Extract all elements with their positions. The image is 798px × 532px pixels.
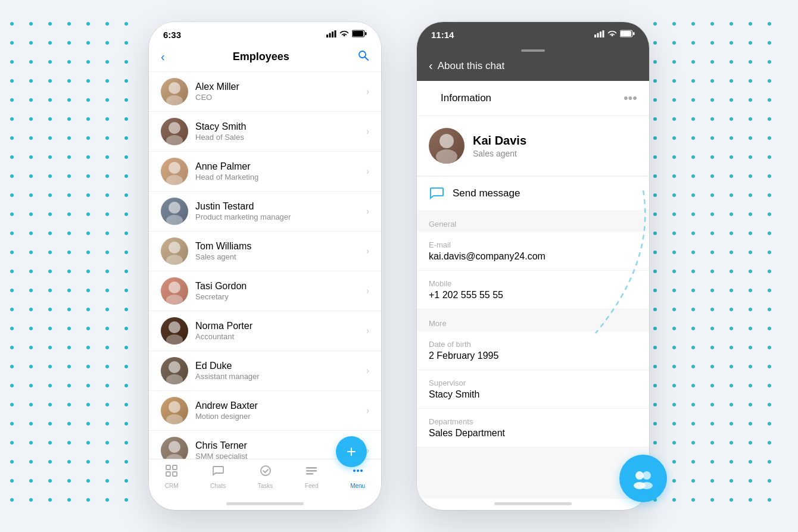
information-row: Information ••• [417,81,649,116]
group-icon-circle[interactable] [619,455,667,502]
status-bar-1: 6:33 [149,22,381,45]
back-chevron-1: ‹ [161,50,165,64]
svg-point-25 [169,401,180,413]
employee-info: Andrew Baxter Motion designer [195,400,366,421]
svg-point-15 [169,202,180,214]
svg-point-26 [166,414,183,424]
wifi-icon-2 [607,29,617,40]
employee-name: Anne Palmer [195,161,366,172]
svg-point-12 [166,135,183,145]
employee-info: Anne Palmer Head of Marketing [195,161,366,181]
employee-avatar [161,357,188,384]
chevron-right-icon: › [366,286,369,296]
svg-point-16 [166,215,183,225]
chevron-right-icon: › [366,365,369,376]
home-indicator-1 [226,502,304,505]
employee-item[interactable]: Alex Miller CEO › [149,72,381,112]
mobile-label: Mobile [429,279,637,288]
search-button[interactable] [357,49,369,64]
send-message-label: Send message [453,187,520,199]
svg-point-41 [360,470,363,472]
employee-info: Norma Porter Accountant [195,321,366,341]
more-options-button[interactable]: ••• [624,90,637,106]
employee-role: Secretary [195,292,366,301]
employee-list: Alex Miller CEO › Stacy Smith Head of Sa… [149,72,381,459]
svg-point-23 [169,361,180,373]
employee-role: CEO [195,93,366,102]
tasks-icon [259,464,272,481]
status-time-2: 11:14 [431,30,454,40]
phone-profile: 11:14 ‹ About this chat [417,22,649,510]
svg-rect-33 [166,472,170,476]
svg-rect-48 [633,32,635,35]
svg-point-21 [169,321,180,333]
home-indicator-2 [494,502,572,505]
employee-info: Justin Testard Product marketing manager [195,201,366,221]
employee-item[interactable]: Andrew Baxter Motion designer › [149,391,381,431]
svg-point-35 [261,466,270,475]
crm-icon [165,464,178,481]
tab-tasks[interactable]: Tasks [258,464,273,489]
profile-text: Kai Davis Sales agent [473,134,526,158]
chevron-right-icon: › [366,246,369,256]
chevron-right-icon: › [366,326,369,336]
employee-avatar [161,237,188,265]
svg-point-24 [166,374,183,384]
svg-point-19 [169,281,180,293]
chevron-right-icon: › [366,405,369,416]
chevron-right-icon: › [366,126,369,137]
employee-avatar [161,118,188,145]
chats-icon [211,464,225,481]
employee-item[interactable]: Tasi Gordon Secretary › [149,271,381,311]
profile-content: Information ••• Kai Davis [417,81,649,499]
svg-point-52 [643,471,651,480]
svg-point-51 [635,471,644,480]
svg-point-9 [169,82,180,94]
add-employee-fab[interactable]: + [336,436,367,467]
email-field: E-mail kai.davis@company24.com [417,232,649,271]
general-section-header: General [417,215,649,232]
tab-crm[interactable]: CRM [165,464,179,489]
employee-avatar [161,78,188,105]
employee-role: Accountant [195,332,366,341]
tab-feed[interactable]: Feed [305,464,319,489]
back-button-2[interactable]: ‹ [429,59,433,73]
mobile-field: Mobile +1 202 555 55 55 [417,271,649,309]
employee-name: Alex Miller [195,82,366,92]
crm-label: CRM [165,483,179,489]
employee-name: Tasi Gordon [195,281,366,292]
svg-point-17 [169,242,180,254]
more-section-header: More [417,314,649,331]
back-button-1[interactable]: ‹ [161,50,165,64]
chevron-right-icon: › [366,86,369,97]
chats-label: Chats [210,483,226,489]
svg-rect-6 [365,32,367,35]
employee-item[interactable]: Norma Porter Accountant › [149,311,381,351]
employee-role: Product marketing manager [195,212,366,221]
employee-role: Assistant manager [195,372,366,381]
profile-header: ‹ About this chat [417,54,649,81]
svg-point-18 [166,255,183,265]
feed-label: Feed [305,483,319,489]
employee-item[interactable]: Anne Palmer Head of Marketing › [149,152,381,192]
supervisor-label: Supervisor [429,378,637,387]
chat-icon [429,185,445,202]
svg-line-8 [365,57,368,60]
employee-item[interactable]: Stacy Smith Head of Sales › [149,112,381,152]
profile-name: Kai Davis [473,134,526,148]
svg-rect-47 [621,31,631,36]
employee-info: Ed Duke Assistant manager [195,361,366,381]
tab-menu[interactable]: Menu [350,464,365,489]
profile-info: Kai Davis Sales agent [429,128,526,164]
employee-info: Stacy Smith Head of Sales [195,121,366,142]
svg-rect-36 [306,467,317,469]
employee-item[interactable]: Justin Testard Product marketing manager… [149,192,381,231]
employee-avatar [161,158,188,185]
svg-point-50 [436,149,457,164]
tab-chats[interactable]: Chats [210,464,226,489]
profile-role: Sales agent [473,149,526,158]
send-message-row[interactable]: Send message [417,177,649,215]
employee-item[interactable]: Ed Duke Assistant manager › [149,351,381,391]
dob-label: Date of birth [429,340,637,349]
employee-item[interactable]: Tom Williams Sales agent › [149,231,381,271]
